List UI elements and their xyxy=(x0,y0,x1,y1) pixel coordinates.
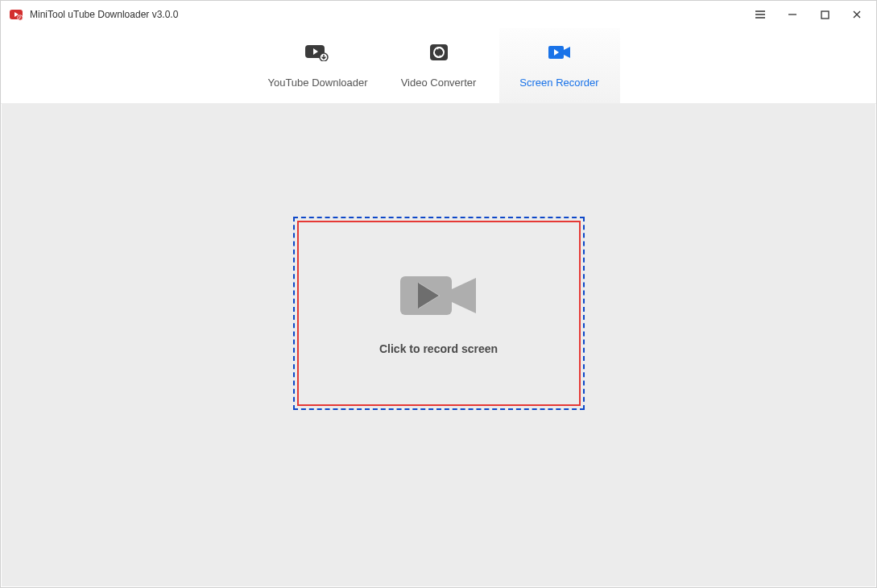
record-label: Click to record screen xyxy=(379,342,498,355)
content-area: Click to record screen xyxy=(2,104,875,586)
maximize-button[interactable] xyxy=(809,2,841,27)
window-controls xyxy=(744,2,873,27)
svg-rect-2 xyxy=(821,11,829,19)
camera-play-icon xyxy=(399,271,479,320)
tab-label: Screen Recorder xyxy=(519,77,598,89)
close-button[interactable] xyxy=(841,2,873,27)
tab-screen-recorder[interactable]: Screen Recorder xyxy=(499,28,620,103)
tab-label: YouTube Downloader xyxy=(267,77,367,89)
tab-youtube-downloader[interactable]: YouTube Downloader xyxy=(258,28,379,103)
recorder-icon xyxy=(548,43,572,62)
app-logo-icon xyxy=(9,7,23,22)
window-title: MiniTool uTube Downloader v3.0.0 xyxy=(30,9,744,20)
minimize-button[interactable] xyxy=(776,2,809,27)
tab-label: Video Converter xyxy=(401,77,477,89)
tab-bar: YouTube Downloader Video Converter Scree… xyxy=(1,28,876,104)
converter-icon xyxy=(429,43,449,62)
record-screen-button[interactable]: Click to record screen xyxy=(297,221,581,406)
menu-button[interactable] xyxy=(744,2,776,27)
tab-video-converter[interactable]: Video Converter xyxy=(379,28,499,103)
youtube-download-icon xyxy=(305,43,331,62)
record-dashed-frame: Click to record screen xyxy=(293,217,585,410)
titlebar: MiniTool uTube Downloader v3.0.0 xyxy=(1,1,876,28)
